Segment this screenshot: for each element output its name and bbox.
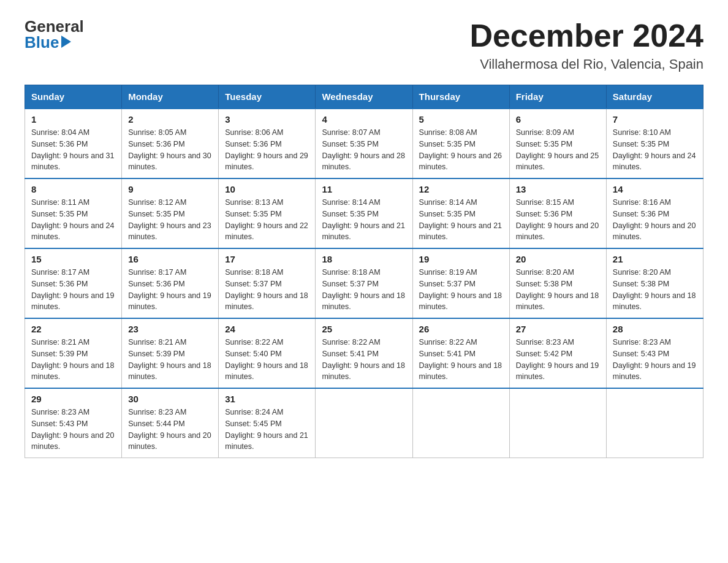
calendar-cell: 17 Sunrise: 8:18 AMSunset: 5:37 PMDaylig… <box>219 248 316 318</box>
title-section: December 2024 Villahermosa del Rio, Vale… <box>469 18 703 72</box>
day-info: Sunrise: 8:18 AMSunset: 5:37 PMDaylight:… <box>322 268 405 311</box>
calendar-cell: 13 Sunrise: 8:15 AMSunset: 5:36 PMDaylig… <box>509 178 606 248</box>
logo-blue: Blue <box>25 34 84 50</box>
day-number: 31 <box>225 394 309 404</box>
calendar-cell: 27 Sunrise: 8:23 AMSunset: 5:42 PMDaylig… <box>509 318 606 388</box>
calendar-cell <box>606 388 703 458</box>
day-info: Sunrise: 8:10 AMSunset: 5:35 PMDaylight:… <box>613 128 696 171</box>
day-number: 3 <box>225 114 309 124</box>
logo-arrow-icon <box>61 36 71 48</box>
day-number: 4 <box>322 114 406 124</box>
day-number: 2 <box>128 114 212 124</box>
calendar-cell: 3 Sunrise: 8:06 AMSunset: 5:36 PMDayligh… <box>219 109 316 178</box>
day-info: Sunrise: 8:14 AMSunset: 5:35 PMDaylight:… <box>322 198 405 241</box>
calendar-cell: 10 Sunrise: 8:13 AMSunset: 5:35 PMDaylig… <box>219 178 316 248</box>
day-info: Sunrise: 8:09 AMSunset: 5:35 PMDaylight:… <box>516 128 599 171</box>
day-number: 10 <box>225 184 309 194</box>
day-number: 15 <box>31 254 115 264</box>
calendar-cell: 20 Sunrise: 8:20 AMSunset: 5:38 PMDaylig… <box>509 248 606 318</box>
day-number: 17 <box>225 254 309 264</box>
day-number: 26 <box>419 324 503 334</box>
page-header: General Blue December 2024 Villahermosa … <box>25 18 703 72</box>
day-info: Sunrise: 8:07 AMSunset: 5:35 PMDaylight:… <box>322 128 405 171</box>
calendar-cell: 7 Sunrise: 8:10 AMSunset: 5:35 PMDayligh… <box>606 109 703 178</box>
day-info: Sunrise: 8:22 AMSunset: 5:41 PMDaylight:… <box>419 338 502 381</box>
day-info: Sunrise: 8:20 AMSunset: 5:38 PMDaylight:… <box>613 268 696 311</box>
calendar-cell: 23 Sunrise: 8:21 AMSunset: 5:39 PMDaylig… <box>122 318 219 388</box>
day-info: Sunrise: 8:22 AMSunset: 5:41 PMDaylight:… <box>322 338 405 381</box>
calendar-cell: 6 Sunrise: 8:09 AMSunset: 5:35 PMDayligh… <box>509 109 606 178</box>
day-info: Sunrise: 8:12 AMSunset: 5:35 PMDaylight:… <box>128 198 211 241</box>
day-number: 28 <box>613 324 697 334</box>
day-info: Sunrise: 8:04 AMSunset: 5:36 PMDaylight:… <box>31 128 115 171</box>
calendar-cell: 29 Sunrise: 8:23 AMSunset: 5:43 PMDaylig… <box>25 388 122 458</box>
day-number: 24 <box>225 324 309 334</box>
calendar-header: SundayMondayTuesdayWednesdayThursdayFrid… <box>25 85 703 109</box>
day-number: 14 <box>613 184 697 194</box>
day-info: Sunrise: 8:21 AMSunset: 5:39 PMDaylight:… <box>31 338 115 381</box>
calendar-cell: 8 Sunrise: 8:11 AMSunset: 5:35 PMDayligh… <box>25 178 122 248</box>
calendar-cell: 14 Sunrise: 8:16 AMSunset: 5:36 PMDaylig… <box>606 178 703 248</box>
logo: General Blue <box>25 18 84 50</box>
calendar-cell: 30 Sunrise: 8:23 AMSunset: 5:44 PMDaylig… <box>122 388 219 458</box>
header-day-tuesday: Tuesday <box>219 85 316 109</box>
calendar-cell: 25 Sunrise: 8:22 AMSunset: 5:41 PMDaylig… <box>316 318 412 388</box>
day-info: Sunrise: 8:23 AMSunset: 5:43 PMDaylight:… <box>31 408 115 451</box>
header-row: SundayMondayTuesdayWednesdayThursdayFrid… <box>25 85 703 109</box>
day-info: Sunrise: 8:05 AMSunset: 5:36 PMDaylight:… <box>128 128 211 171</box>
day-number: 16 <box>128 254 212 264</box>
day-info: Sunrise: 8:23 AMSunset: 5:44 PMDaylight:… <box>128 408 211 451</box>
day-info: Sunrise: 8:23 AMSunset: 5:42 PMDaylight:… <box>516 338 599 381</box>
calendar-cell: 31 Sunrise: 8:24 AMSunset: 5:45 PMDaylig… <box>219 388 316 458</box>
calendar-cell: 28 Sunrise: 8:23 AMSunset: 5:43 PMDaylig… <box>606 318 703 388</box>
calendar-cell: 16 Sunrise: 8:17 AMSunset: 5:36 PMDaylig… <box>122 248 219 318</box>
calendar-cell: 5 Sunrise: 8:08 AMSunset: 5:35 PMDayligh… <box>412 109 509 178</box>
week-row-4: 22 Sunrise: 8:21 AMSunset: 5:39 PMDaylig… <box>25 318 703 388</box>
calendar-cell: 2 Sunrise: 8:05 AMSunset: 5:36 PMDayligh… <box>122 109 219 178</box>
day-info: Sunrise: 8:24 AMSunset: 5:45 PMDaylight:… <box>225 408 308 451</box>
calendar-cell <box>412 388 509 458</box>
day-number: 20 <box>516 254 600 264</box>
calendar-cell: 1 Sunrise: 8:04 AMSunset: 5:36 PMDayligh… <box>25 109 122 178</box>
day-number: 22 <box>31 324 115 334</box>
calendar-cell: 18 Sunrise: 8:18 AMSunset: 5:37 PMDaylig… <box>316 248 412 318</box>
calendar-cell: 21 Sunrise: 8:20 AMSunset: 5:38 PMDaylig… <box>606 248 703 318</box>
day-number: 29 <box>31 394 115 404</box>
day-number: 9 <box>128 184 212 194</box>
day-info: Sunrise: 8:16 AMSunset: 5:36 PMDaylight:… <box>613 198 696 241</box>
day-number: 19 <box>419 254 503 264</box>
month-title: December 2024 <box>469 18 703 53</box>
header-day-saturday: Saturday <box>606 85 703 109</box>
calendar-cell: 4 Sunrise: 8:07 AMSunset: 5:35 PMDayligh… <box>316 109 412 178</box>
day-info: Sunrise: 8:11 AMSunset: 5:35 PMDaylight:… <box>31 198 115 241</box>
header-day-sunday: Sunday <box>25 85 122 109</box>
day-number: 11 <box>322 184 406 194</box>
location: Villahermosa del Rio, Valencia, Spain <box>469 56 703 72</box>
day-number: 23 <box>128 324 212 334</box>
day-info: Sunrise: 8:14 AMSunset: 5:35 PMDaylight:… <box>419 198 502 241</box>
day-info: Sunrise: 8:21 AMSunset: 5:39 PMDaylight:… <box>128 338 211 381</box>
calendar-cell: 24 Sunrise: 8:22 AMSunset: 5:40 PMDaylig… <box>219 318 316 388</box>
calendar-cell: 9 Sunrise: 8:12 AMSunset: 5:35 PMDayligh… <box>122 178 219 248</box>
day-number: 7 <box>613 114 697 124</box>
day-number: 1 <box>31 114 115 124</box>
calendar-cell: 11 Sunrise: 8:14 AMSunset: 5:35 PMDaylig… <box>316 178 412 248</box>
calendar-cell <box>509 388 606 458</box>
day-number: 12 <box>419 184 503 194</box>
day-number: 8 <box>31 184 115 194</box>
header-day-thursday: Thursday <box>412 85 509 109</box>
calendar-cell: 22 Sunrise: 8:21 AMSunset: 5:39 PMDaylig… <box>25 318 122 388</box>
day-number: 6 <box>516 114 600 124</box>
calendar-cell: 19 Sunrise: 8:19 AMSunset: 5:37 PMDaylig… <box>412 248 509 318</box>
day-info: Sunrise: 8:15 AMSunset: 5:36 PMDaylight:… <box>516 198 599 241</box>
calendar-cell: 15 Sunrise: 8:17 AMSunset: 5:36 PMDaylig… <box>25 248 122 318</box>
calendar-cell <box>316 388 412 458</box>
day-number: 21 <box>613 254 697 264</box>
day-info: Sunrise: 8:19 AMSunset: 5:37 PMDaylight:… <box>419 268 502 311</box>
day-info: Sunrise: 8:08 AMSunset: 5:35 PMDaylight:… <box>419 128 502 171</box>
day-number: 30 <box>128 394 212 404</box>
day-info: Sunrise: 8:17 AMSunset: 5:36 PMDaylight:… <box>128 268 211 311</box>
day-number: 13 <box>516 184 600 194</box>
day-info: Sunrise: 8:13 AMSunset: 5:35 PMDaylight:… <box>225 198 308 241</box>
day-info: Sunrise: 8:20 AMSunset: 5:38 PMDaylight:… <box>516 268 599 311</box>
